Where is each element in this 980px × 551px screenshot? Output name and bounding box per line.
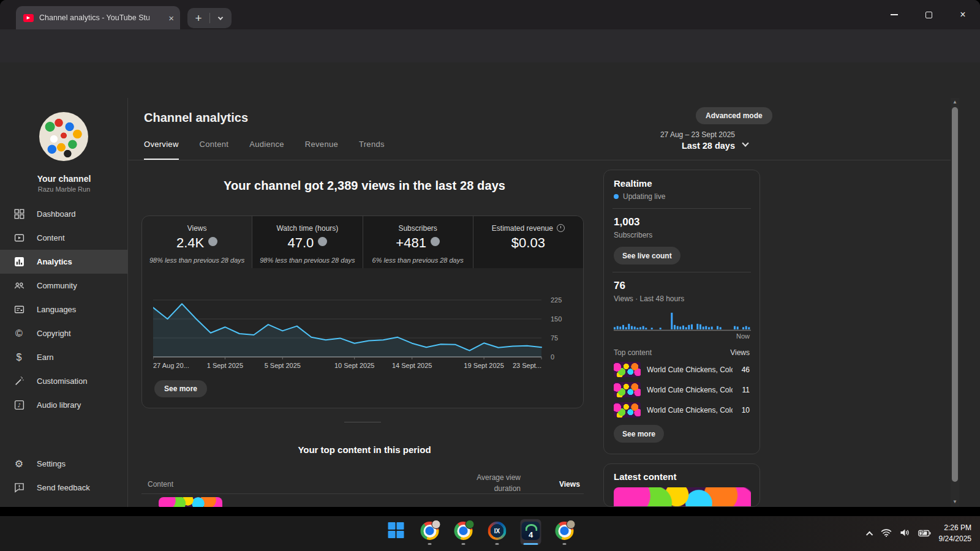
see-live-count-button[interactable]: See live count (614, 247, 680, 264)
taskbar-icons: IX 4 (386, 519, 575, 545)
top-content-row[interactable]: World Cute Chickens, Colorf... 46 (614, 362, 750, 377)
latest-content-title: Latest content (614, 471, 750, 482)
tab-overview[interactable]: Overview (144, 140, 179, 160)
realtime-bars-chart (614, 310, 750, 331)
taskbar-chrome-1[interactable] (420, 519, 440, 545)
sidebar-item-dashboard[interactable]: Dashboard (0, 202, 128, 226)
realtime-subscribers-label: Subscribers (614, 231, 750, 239)
svg-text:14 Sept 2025: 14 Sept 2025 (392, 362, 432, 369)
feedback-bubble-icon (13, 482, 24, 493)
key-metrics-card: Views 2.4K 98% less than previous 28 day… (141, 216, 584, 408)
analytics-tabs: Overview Content Audience Revenue Trends (144, 140, 385, 160)
channel-title: Your channel (0, 174, 128, 184)
page-scrollbar[interactable]: ▲ ▼ (951, 98, 959, 507)
top-content-row[interactable]: World Cute Chickens, Colorf... 10 (614, 402, 750, 418)
period-label: Last 28 days (557, 141, 735, 151)
metric-estimated-revenue[interactable]: Estimated revenue $0.03 (473, 216, 583, 268)
advanced-mode-button[interactable]: Advanced mode (696, 107, 772, 124)
speaker-icon[interactable] (900, 528, 910, 539)
tab-revenue[interactable]: Revenue (305, 140, 338, 160)
realtime-card: Realtime Updating live 1,003 Subscribers… (603, 170, 760, 454)
svg-text:♪: ♪ (17, 402, 21, 408)
sidebar-item-earn[interactable]: $ Earn (0, 345, 128, 369)
column-header-content: Content (148, 480, 173, 489)
views-headline: Your channel got 2,389 views in the last… (144, 179, 585, 193)
browser-window: ▶ Channel analytics - YouTube Stu × + × … (0, 0, 980, 507)
column-header-views[interactable]: Views (559, 480, 580, 489)
arrow-down-icon (208, 237, 217, 246)
see-more-button[interactable]: See more (154, 380, 207, 397)
date-range-text: 27 Aug – 23 Sept 2025 (557, 130, 735, 139)
taskbar-chrome-2[interactable] (453, 519, 474, 545)
sidebar-item-settings[interactable]: ⚙ Settings (0, 452, 128, 476)
scroll-up-arrow-icon[interactable]: ▲ (952, 99, 957, 105)
new-tab-group: + (187, 8, 232, 28)
metric-subscribers[interactable]: Subscribers +481 6% less than previous 2… (363, 216, 473, 268)
minimize-button[interactable] (877, 0, 911, 29)
browser-tab[interactable]: ▶ Channel analytics - YouTube Stu × (16, 6, 180, 29)
scrollbar-thumb[interactable] (952, 107, 958, 482)
divider (612, 208, 751, 209)
svg-text:0: 0 (551, 353, 554, 361)
date-range-picker[interactable]: 27 Aug – 23 Sept 2025 Last 28 days (557, 130, 735, 151)
views-column-label: Views (730, 348, 750, 357)
clock-icon (557, 224, 565, 232)
profile-badge (567, 520, 576, 529)
wifi-icon[interactable] (881, 528, 892, 539)
tab-close-icon[interactable]: × (168, 13, 174, 23)
now-label: Now (614, 332, 750, 340)
maximize-button[interactable] (911, 0, 946, 29)
metric-watch-time[interactable]: Watch time (hours) 47.0 98% less than pr… (252, 216, 363, 268)
tab-content[interactable]: Content (200, 140, 229, 160)
svg-text:225: 225 (551, 296, 562, 304)
top-content-row[interactable]: World Cute Chickens, Colorf... 11 (614, 382, 750, 397)
svg-text:19 Sept 2025: 19 Sept 2025 (464, 362, 503, 369)
gauge-app-icon: 4 (522, 522, 540, 540)
windows-logo-icon (388, 522, 405, 539)
new-tab-button[interactable]: + (187, 12, 209, 25)
sidebar-item-analytics[interactable]: Analytics (0, 250, 128, 274)
sidebar-item-languages[interactable]: Languages (0, 298, 128, 321)
svg-text:75: 75 (551, 334, 558, 342)
system-tray: 2:26 PM 9/24/2025 (868, 516, 971, 551)
time: 2:26 PM (939, 523, 971, 533)
sidebar-item-copyright[interactable]: © Copyright (0, 321, 128, 345)
analytics-icon (13, 257, 24, 268)
taskbar-gauge-app-active[interactable]: 4 (521, 519, 541, 545)
gear-icon: ⚙ (13, 459, 24, 470)
realtime-views-label: Views · Last 48 hours (614, 294, 750, 303)
close-button[interactable]: × (946, 0, 980, 29)
video-thumbnail[interactable] (159, 497, 222, 507)
divider (129, 160, 951, 160)
sidebar-item-content[interactable]: Content (0, 226, 128, 250)
sidebar-item-community[interactable]: Community (0, 274, 128, 298)
sidebar-item-audio-library[interactable]: ♪ Audio library (0, 393, 128, 417)
realtime-see-more-button[interactable]: See more (614, 425, 664, 443)
tray-chevron-up-icon[interactable] (866, 531, 873, 538)
taskbar-ix-app[interactable]: IX (487, 519, 508, 545)
scroll-down-arrow-icon[interactable]: ▼ (952, 499, 957, 504)
tab-trends[interactable]: Trends (359, 140, 385, 160)
dashboard-icon (13, 209, 24, 220)
taskbar-clock[interactable]: 2:26 PM 9/24/2025 (939, 523, 971, 544)
sidebar-item-send-feedback[interactable]: Send feedback (0, 476, 128, 500)
latest-video-thumbnail[interactable] (614, 487, 751, 507)
metric-views[interactable]: Views 2.4K 98% less than previous 28 day… (142, 216, 252, 268)
tab-audience[interactable]: Audience (249, 140, 284, 160)
svg-text:1 Sept 2025: 1 Sept 2025 (207, 362, 243, 369)
community-icon (13, 280, 24, 291)
taskbar-chrome-3[interactable] (554, 519, 575, 545)
top-content-heading: Your top content in this period (144, 444, 585, 455)
languages-icon (13, 304, 24, 315)
sidebar-item-customisation[interactable]: Customisation (0, 369, 128, 393)
sidebar: Your channel Razu Marble Run Dashboard C… (0, 98, 128, 507)
chevron-down-icon[interactable] (743, 137, 748, 148)
battery-icon[interactable] (918, 528, 931, 539)
windows-taskbar: IX 4 2:26 PM 9/24/2025 (0, 516, 980, 551)
svg-text:23 Sept...: 23 Sept... (513, 362, 541, 369)
channel-avatar[interactable] (39, 112, 88, 161)
divider (141, 493, 584, 494)
start-button[interactable] (386, 519, 407, 544)
tab-search-chevron[interactable] (210, 17, 231, 20)
browser-toolbar: ← → G2 studio.youtube.com/channel/UCDGCw… (0, 29, 980, 62)
